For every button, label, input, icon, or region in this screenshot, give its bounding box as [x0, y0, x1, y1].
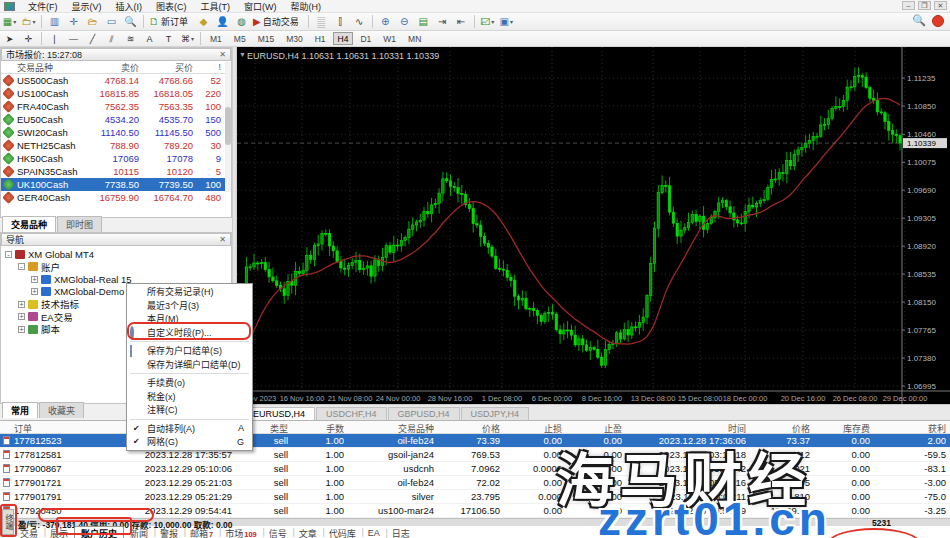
terminal-tab-邮箱[interactable]: 邮箱7| — [184, 527, 219, 538]
expand-icon[interactable]: + — [31, 288, 38, 295]
terminal-tab-日志[interactable]: 日志 — [386, 527, 416, 538]
timeframe-M5[interactable]: M5 — [229, 32, 251, 45]
shapes-icon[interactable]: ⌘▾ — [179, 31, 196, 46]
market-watch-row-US500Cash[interactable]: US500Cash4768.144768.6652 — [1, 74, 231, 87]
tree-item-XM Global MT4[interactable]: -XM Global MT4 — [3, 248, 231, 261]
tester-icon[interactable]: 🔍 — [122, 14, 139, 29]
menu-0[interactable]: 文件(F) — [21, 0, 65, 14]
tile-windows-icon[interactable]: ▤ — [415, 14, 432, 29]
market-watch-row-GER40Cash[interactable]: GER40Cash16759.9016764.70480 — [1, 191, 231, 204]
search-icon[interactable]: 🔍 — [912, 14, 926, 27]
navigator-tab-收藏夹[interactable]: 收藏夹 — [39, 402, 84, 418]
context-menu-item-13[interactable]: ✔网格(G)G — [127, 435, 252, 449]
market-watch-row-BCHUSD[interactable]: BCHUSD272.88275.11223 — [1, 204, 231, 205]
terminal-tab-文章[interactable]: 文章| — [293, 527, 323, 538]
expand-icon[interactable]: + — [31, 276, 38, 283]
navigator-tab-常用[interactable]: 常用 — [2, 402, 38, 418]
one-click-trading-icon[interactable]: ▼ — [239, 51, 246, 58]
candlestick-chart[interactable]: 1.112351.108501.104601.100751.096901.093… — [237, 47, 950, 404]
navigator-icon[interactable]: 🗁 — [84, 14, 101, 29]
timeframe-M30[interactable]: M30 — [281, 32, 308, 45]
market-watch-column-header[interactable]: 交易品种 卖价 买价 ! — [1, 61, 231, 74]
expand-icon[interactable]: + — [18, 326, 25, 333]
indicators-icon[interactable]: 🗠▾ — [479, 14, 496, 29]
arrange-asc-icon[interactable]: ⇥ — [434, 14, 451, 29]
terminal-tab-代码库[interactable]: 代码库| — [323, 527, 362, 538]
context-menu-item-6[interactable]: 保存为详细户口结单(D) — [127, 358, 252, 372]
expand-icon[interactable]: + — [18, 313, 25, 320]
timeframe-H1[interactable]: H1 — [310, 32, 331, 45]
label-icon[interactable]: T — [160, 31, 177, 46]
terminal-tab-市场[interactable]: 市场109| — [219, 527, 263, 538]
market-watch-scrollbar[interactable] — [225, 62, 231, 192]
timeframe-H4[interactable]: H4 — [333, 32, 354, 45]
market-watch-tab-即时图[interactable]: 即时图 — [57, 216, 102, 232]
bars-chart-icon[interactable]: 𝄛 — [313, 14, 330, 29]
text-icon[interactable]: A — [141, 31, 158, 46]
timeframe-M1[interactable]: M1 — [205, 32, 227, 45]
metaquotes-icon[interactable]: ◆ — [195, 14, 212, 29]
menu-5[interactable]: 窗口(W) — [237, 0, 284, 14]
market-watch-row-FRA40Cash[interactable]: FRA40Cash7562.357563.35100 — [1, 100, 231, 113]
menu-4[interactable]: 工具(T) — [194, 0, 238, 14]
menu-1[interactable]: 显示(V) — [65, 0, 109, 14]
trendline-icon[interactable]: ╱ — [84, 31, 101, 46]
navigator-close-icon[interactable]: ✕ — [219, 235, 226, 244]
context-menu-item-0[interactable]: 所有交易记录(H) — [127, 285, 252, 299]
vline-icon[interactable]: | — [46, 31, 63, 46]
chart-tab-EURUSD,H4[interactable]: EURUSD,H4 — [243, 407, 315, 420]
market-watch-row-EU50Cash[interactable]: EU50Cash4534.204535.70150 — [1, 113, 231, 126]
context-menu-item-8[interactable]: 手续费(o) — [127, 376, 252, 390]
data-window-icon[interactable]: ✛ — [65, 14, 82, 29]
autotrading-button[interactable]: ▶自动交易 — [252, 14, 304, 29]
restore-button[interactable]: ❐ — [918, 1, 931, 10]
market-watch-row-UK100Cash[interactable]: UK100Cash7738.507739.50100 — [1, 178, 231, 191]
expand-icon[interactable]: - — [5, 251, 12, 258]
context-menu-item-1[interactable]: 最近3个月(3) — [127, 299, 252, 313]
hline-icon[interactable]: — — [65, 31, 82, 46]
timeframe-MN[interactable]: MN — [403, 32, 426, 45]
timeframe-M15[interactable]: M15 — [253, 32, 280, 45]
menu-3[interactable]: 图表(C) — [149, 0, 194, 14]
menu-6[interactable]: 帮助(H) — [284, 0, 329, 14]
cursor-icon[interactable]: ➤ — [1, 31, 18, 46]
context-menu-item-9[interactable]: 税金(x) — [127, 390, 252, 404]
line-chart-icon[interactable]: ∿ — [351, 14, 368, 29]
community-icon[interactable]: 👤 — [214, 14, 231, 29]
timeframe-W1[interactable]: W1 — [378, 32, 401, 45]
market-watch-icon[interactable]: ▥ — [46, 14, 63, 29]
profiles-icon[interactable]: 🗀▾ — [20, 14, 37, 29]
market-watch-row-US100Cash[interactable]: US100Cash16815.8516818.05220 — [1, 87, 231, 100]
expand-icon[interactable]: + — [18, 301, 25, 308]
chart-tab-USDCHF,H4[interactable]: USDCHF,H4 — [316, 407, 387, 420]
zoom-out-icon[interactable]: ⊖ — [396, 14, 413, 29]
new-chart-icon[interactable]: ▦▾ — [1, 14, 18, 29]
minimize-button[interactable]: – — [902, 1, 915, 10]
terminal-icon[interactable]: ▭ — [103, 14, 120, 29]
market-watch-row-SPAIN35Cash[interactable]: SPAIN35Cash10115101205 — [1, 165, 231, 178]
chart-tab-GBPUSD,H4[interactable]: GBPUSD,H4 — [388, 407, 460, 420]
market-watch-tab-交易品种[interactable]: 交易品种 — [2, 216, 56, 232]
market-watch-close-icon[interactable]: ✕ — [219, 50, 226, 59]
terminal-tab-交易[interactable]: 交易| — [14, 527, 44, 538]
channel-icon[interactable]: ⫽ — [103, 31, 120, 46]
zoom-in-icon[interactable]: ⊕ — [377, 14, 394, 29]
notification-icon[interactable] — [932, 15, 944, 27]
close-button[interactable]: ✕ — [934, 1, 947, 10]
expand-icon[interactable]: - — [18, 263, 25, 270]
context-menu-item-5[interactable]: 保存为户口结单(S) — [127, 344, 252, 358]
chart-window[interactable]: ▼ EURUSD,H4 1.10631 1.10631 1.10331 1.10… — [237, 47, 950, 404]
candles-chart-icon[interactable]: ⫿ — [332, 14, 349, 29]
periods-icon[interactable]: ▣▾ — [498, 14, 515, 29]
menu-2[interactable]: 插入(I) — [109, 0, 150, 14]
market-watch-row-HK50Cash[interactable]: HK50Cash17069170789 — [1, 152, 231, 165]
new-order-button[interactable]: 🗋新订单 — [148, 14, 193, 29]
terminal-tab-信号[interactable]: 信号| — [263, 527, 293, 538]
market-watch-row-SWI20Cash[interactable]: SWI20Cash11140.5011145.50500 — [1, 126, 231, 139]
context-menu-item-10[interactable]: 注释(C) — [127, 403, 252, 417]
context-menu-item-12[interactable]: ✔自动排列(A)A — [127, 422, 252, 436]
fibonacci-icon[interactable]: ≋ — [122, 31, 139, 46]
market-watch-row-NETH25Cash[interactable]: NETH25Cash788.90789.2030 — [1, 139, 231, 152]
arrange-desc-icon[interactable]: ⇤ — [453, 14, 470, 29]
timeframe-D1[interactable]: D1 — [355, 32, 376, 45]
